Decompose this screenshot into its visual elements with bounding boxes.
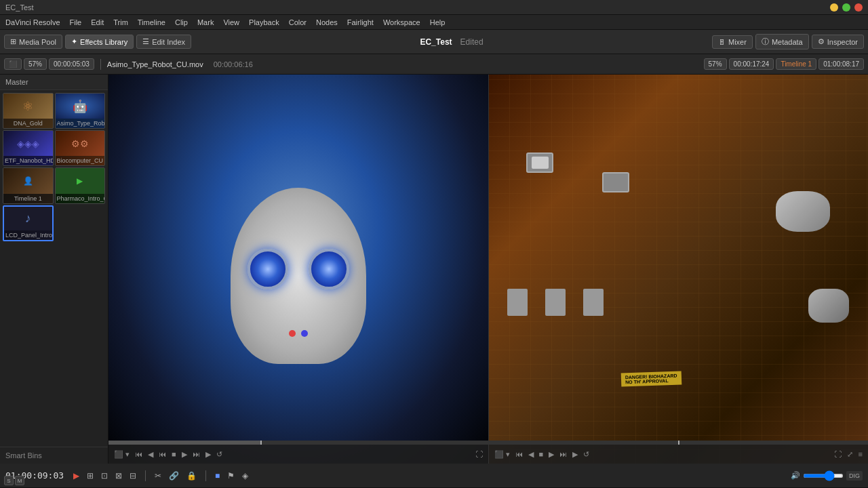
source-ctrl-prev-frame[interactable]: ◀ <box>148 450 153 459</box>
timeline-name-btn[interactable]: Timeline 1 <box>776 58 816 70</box>
total-duration-btn[interactable]: 01:00:08:17 <box>818 58 864 70</box>
menu-mark[interactable]: Mark <box>197 18 214 26</box>
media-pool-btn[interactable]: ⊞ Media Pool <box>4 35 62 49</box>
media-item-robot[interactable]: 🤖 Asimo_Type_Robot_CU <box>55 93 106 129</box>
tl-select-btn[interactable]: ▶ <box>71 470 82 482</box>
tl-marker-btn[interactable]: ◈ <box>239 470 251 482</box>
menu-edit[interactable]: Edit <box>91 18 104 26</box>
viewer-aspect-btn[interactable]: ⬛ <box>4 58 22 70</box>
clip-name-display: Asimo_Type_Robot_CU.mov <box>107 60 203 68</box>
tl-ctrl-next-mark[interactable]: ⏭ <box>559 450 567 458</box>
smart-bins[interactable]: Smart Bins <box>0 447 108 464</box>
menu-nodes[interactable]: Nodes <box>316 18 338 26</box>
tl-ctrl-prev-frame[interactable]: ◀ <box>528 450 534 459</box>
source-ctrl-fullscreen[interactable]: ⛶ <box>475 450 483 458</box>
media-item-timeline[interactable]: 👤 Timeline 1 <box>3 167 54 203</box>
tl-ctrl-prev-mark[interactable]: ⏮ <box>515 450 523 458</box>
menu-file[interactable]: File <box>70 18 82 26</box>
inspector-icon: ⚙ <box>818 37 825 46</box>
menu-color[interactable]: Color <box>289 18 307 26</box>
timeline-toolbar: 01:00:09:03 ▶ ⊞ ⊡ ⊠ ⊟ ✂ 🔗 🔒 ■ ⚑ ◈ 🔊 DIG <box>0 464 868 488</box>
timeline-viewer[interactable]: DANGER! BIOHAZARDNO TH' APPROVAL ⬛ ▾ ⏮ ◀… <box>489 75 869 464</box>
media-bin: Master ⚛ DNA_Gold 🤖 Asimo_Type_Robot_CU … <box>0 75 108 464</box>
tl-ctrl-play[interactable]: ▶ <box>549 450 554 459</box>
volume-icon: 🔊 <box>791 471 800 480</box>
effects-icon: ✦ <box>71 37 77 46</box>
menu-view[interactable]: View <box>223 18 239 26</box>
tl-dynamic-btn[interactable]: ⊡ <box>98 470 111 482</box>
source-viewer[interactable]: ⬛ ▾ ⏮ ◀ ⏮ ■ ▶ ⏭ ▶ ↺ ⛶ <box>108 75 489 464</box>
tl-ctrl-expand[interactable]: ⤢ <box>847 450 853 459</box>
media-item-robot-label: Asimo_Type_Robot_CU <box>56 119 105 128</box>
tl-razor-btn[interactable]: ✂ <box>152 470 164 482</box>
source-video-display <box>108 75 488 464</box>
viewer-zoom-right[interactable]: 57% <box>704 58 727 70</box>
toolbar-right: 🎚 Mixer ⓘ Metadata ⚙ Inspector <box>712 34 864 49</box>
media-grid: ⚛ DNA_Gold 🤖 Asimo_Type_Robot_CU ◈◈◈ ETF… <box>0 90 108 447</box>
tl-ctrl-fullscreen[interactable]: ⛶ <box>834 450 842 458</box>
source-ctrl-prev-mark[interactable]: ⏮ <box>135 450 142 458</box>
tl-flag-btn[interactable]: ⚑ <box>224 470 237 482</box>
media-item-nano[interactable]: ◈◈◈ ETF_Nanobot_HD <box>3 130 54 166</box>
source-ctrl-aspect[interactable]: ⬛ ▾ <box>114 450 130 459</box>
media-item-timeline-label: Timeline 1 <box>3 194 53 203</box>
media-item-pharma[interactable]: ▶ Pharmaco_Intro_CHROMA <box>55 167 106 203</box>
media-item-bio[interactable]: ⚙⚙ Biocomputer_CU <box>55 130 106 166</box>
inspector-btn[interactable]: ⚙ Inspector <box>812 35 864 49</box>
mixer-btn[interactable]: 🎚 Mixer <box>712 35 753 49</box>
source-ctrl-prev-clip[interactable]: ⏮ <box>159 450 166 458</box>
menu-trim[interactable]: Trim <box>113 18 128 26</box>
media-item-bio-label: Biocomputer_CU <box>56 156 105 165</box>
viewer-timecode-left[interactable]: 00:00:05:03 <box>49 58 94 70</box>
minimize-btn[interactable] <box>830 3 838 12</box>
tl-blade-btn[interactable]: ⊠ <box>113 470 125 482</box>
metadata-icon: ⓘ <box>762 37 769 47</box>
tl-ctrl-more[interactable]: ≡ <box>859 450 863 458</box>
viewer-right-controls: 57% 00:00:17:24 Timeline 1 01:00:08:17 <box>704 58 864 70</box>
source-ctrl-loop[interactable]: ↺ <box>216 450 222 459</box>
menu-workspace[interactable]: Workspace <box>383 18 420 26</box>
timeline-video-display: DANGER! BIOHAZARDNO TH' APPROVAL <box>489 75 869 464</box>
tl-ctrl-loop[interactable]: ↺ <box>583 450 589 459</box>
window-title: EC_Test <box>5 3 34 12</box>
tl-snap-btn[interactable]: ■ <box>212 470 222 482</box>
source-ctrl-next-frame[interactable]: ▶ <box>205 450 211 459</box>
viewer-timecode-right[interactable]: 00:00:17:24 <box>729 58 774 70</box>
source-ctrl-play[interactable]: ▶ <box>182 450 187 459</box>
viewer-zoom-left[interactable]: 57% <box>24 58 47 70</box>
media-item-dna-gold[interactable]: ⚛ DNA_Gold <box>3 93 54 129</box>
preview-panels: ⬛ ▾ ⏮ ◀ ⏮ ■ ▶ ⏭ ▶ ↺ ⛶ <box>108 75 868 464</box>
media-bin-header: Master <box>0 75 108 90</box>
menu-clip[interactable]: Clip <box>175 18 188 26</box>
window-controls <box>830 3 863 12</box>
metadata-btn[interactable]: ⓘ Metadata <box>755 34 809 49</box>
media-item-lcd-label: LCD_Panel_Intro <box>4 230 52 240</box>
maximize-btn[interactable] <box>842 3 850 12</box>
tl-link-btn[interactable]: 🔗 <box>166 470 182 482</box>
menu-fairlight[interactable]: Fairlight <box>347 18 374 26</box>
mixer-icon: 🎚 <box>718 38 726 46</box>
media-item-lcd[interactable]: ♪ LCD_Panel_Intro <box>3 205 54 241</box>
close-btn[interactable] <box>854 3 863 12</box>
viewer-left-controls: ⬛ 57% 00:00:05:03 <box>4 58 94 70</box>
tl-lock-btn[interactable]: 🔒 <box>184 470 199 482</box>
source-ctrl-next-clip[interactable]: ⏭ <box>193 450 200 458</box>
tl-trim-btn[interactable]: ⊞ <box>84 470 96 482</box>
tl-slip-btn[interactable]: ⊟ <box>127 470 139 482</box>
toolbar-center: EC_Test Edited <box>194 37 709 47</box>
menu-bar: DaVinci Resolve File Edit Trim Timeline … <box>0 15 868 30</box>
menu-timeline[interactable]: Timeline <box>138 18 165 26</box>
edit-index-btn[interactable]: ☰ Edit Index <box>136 35 191 49</box>
effects-library-btn[interactable]: ✦ Effects Library <box>65 35 134 49</box>
menu-help[interactable]: Help <box>430 18 446 26</box>
project-name: EC_Test <box>420 37 452 47</box>
source-ctrl-stop[interactable]: ■ <box>172 450 176 458</box>
tl-ctrl-aspect[interactable]: ⬛ ▾ <box>494 450 510 459</box>
menu-playback[interactable]: Playback <box>249 18 279 26</box>
menu-davinciResolve[interactable]: DaVinci Resolve <box>5 18 60 26</box>
tl-ctrl-next-frame[interactable]: ▶ <box>572 450 578 459</box>
volume-slider[interactable] <box>803 474 844 478</box>
digi-btn[interactable]: DIG <box>846 471 863 481</box>
tl-ctrl-stop[interactable]: ■ <box>539 450 544 458</box>
media-pool-icon: ⊞ <box>10 37 16 46</box>
